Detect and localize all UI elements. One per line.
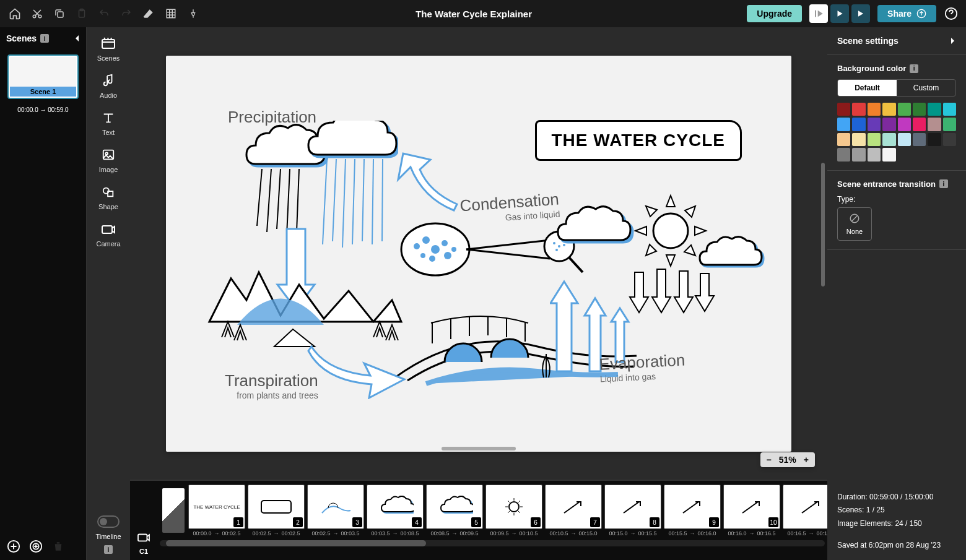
copy-icon[interactable] xyxy=(52,6,67,21)
arrow-transpiration[interactable] xyxy=(302,337,414,399)
color-swatch[interactable] xyxy=(913,133,926,146)
frame-time: 00:02.5→00:03.5 xyxy=(307,529,364,536)
timeline-camera-icon[interactable] xyxy=(137,532,150,543)
tool-audio[interactable]: Audio xyxy=(100,72,117,99)
transition-none[interactable]: None xyxy=(837,207,872,241)
color-swatch[interactable] xyxy=(928,103,941,116)
add-scene-icon[interactable] xyxy=(6,539,21,554)
tool-shape[interactable]: Shape xyxy=(98,183,118,210)
color-swatch[interactable] xyxy=(852,148,865,161)
transition-section: Scene entrance transitioni Type: None xyxy=(827,171,966,250)
color-swatch[interactable] xyxy=(913,118,926,131)
timeline-frame[interactable]: 1100:16.5→00:17.0 xyxy=(783,485,827,536)
grid-icon[interactable] xyxy=(163,6,178,21)
color-swatch[interactable] xyxy=(898,103,911,116)
timeline-frame[interactable]: 800:15.0→00:15.5 xyxy=(604,485,661,536)
color-swatch[interactable] xyxy=(852,103,865,116)
pin-icon[interactable] xyxy=(186,6,201,21)
color-swatch[interactable] xyxy=(898,133,911,146)
color-swatch[interactable] xyxy=(943,133,956,146)
upgrade-button[interactable]: Upgrade xyxy=(747,5,802,22)
info-icon[interactable]: i xyxy=(939,179,948,188)
timeline-frame[interactable]: 400:03.5→00:08.5 xyxy=(367,485,424,536)
camera-icon xyxy=(100,220,117,238)
info-icon[interactable]: i xyxy=(910,64,918,73)
scene-thumbnail[interactable]: Scene 1 xyxy=(7,54,79,99)
stat-elements: Image Elements: 24 / 150 xyxy=(837,517,956,531)
diagram-title-box[interactable]: THE WATER CYCLE xyxy=(535,120,742,161)
home-icon[interactable] xyxy=(7,6,22,21)
tool-text[interactable]: Text xyxy=(100,109,117,136)
color-swatch[interactable] xyxy=(837,133,850,146)
canvas-h-scrollbar[interactable] xyxy=(442,447,516,450)
play-scene-button[interactable] xyxy=(830,4,849,23)
duplicate-scene-icon[interactable] xyxy=(28,539,43,554)
color-swatch[interactable] xyxy=(898,118,911,131)
color-swatch[interactable] xyxy=(913,103,926,116)
frame-time: 00:02.5→00:02.5 xyxy=(248,529,305,536)
color-swatch[interactable] xyxy=(868,118,881,131)
zoom-out-button[interactable]: − xyxy=(767,455,772,465)
info-icon[interactable]: i xyxy=(104,545,113,554)
play-all-button[interactable] xyxy=(851,4,870,23)
cut-icon[interactable] xyxy=(30,6,45,21)
timeline-frame[interactable]: THE WATER CYCLE100:00.0→00:02.5 xyxy=(188,485,245,536)
upload-icon xyxy=(916,9,926,19)
svg-line-17 xyxy=(257,169,262,226)
zoom-in-button[interactable]: + xyxy=(804,455,809,465)
small-cloud[interactable] xyxy=(698,235,767,275)
svg-point-32 xyxy=(431,245,440,254)
timeline-strip: THE WATER CYCLE100:00.0→00:02.5200:02.5→… xyxy=(157,481,827,560)
timeline-frame[interactable]: 300:02.5→00:03.5 xyxy=(307,485,364,536)
color-swatch[interactable] xyxy=(928,118,941,131)
timeline-scrollbar[interactable] xyxy=(160,540,825,546)
color-swatch[interactable] xyxy=(882,148,895,161)
timeline-frame[interactable]: 500:08.5→00:09.5 xyxy=(426,485,483,536)
scene-settings-header[interactable]: Scene settings xyxy=(827,27,966,55)
preview-start-button[interactable] xyxy=(809,4,828,23)
frame-thumb: 5 xyxy=(426,485,483,529)
timeline-start-marker[interactable] xyxy=(162,488,185,533)
color-swatch[interactable] xyxy=(868,133,881,146)
info-icon[interactable]: i xyxy=(40,34,49,43)
timeline-frame[interactable]: 600:09.5→00:10.5 xyxy=(485,485,542,536)
color-swatch[interactable] xyxy=(928,133,941,146)
collapse-icon[interactable] xyxy=(74,34,80,43)
bg-tab-default[interactable]: Default xyxy=(838,80,897,96)
color-swatch[interactable] xyxy=(943,103,956,116)
color-swatch[interactable] xyxy=(868,148,881,161)
timeline-toggle[interactable] xyxy=(97,515,120,528)
color-swatch[interactable] xyxy=(837,148,850,161)
color-swatch[interactable] xyxy=(868,103,881,116)
color-swatch[interactable] xyxy=(837,103,850,116)
tool-image[interactable]: Image xyxy=(99,146,118,173)
landscape-mountains[interactable] xyxy=(200,241,404,353)
color-swatch[interactable] xyxy=(882,118,895,131)
chevron-right-icon xyxy=(950,37,956,45)
label-evaporation[interactable]: EvaporationLiquid into gas xyxy=(599,350,686,384)
color-swatch[interactable] xyxy=(837,118,850,131)
help-icon[interactable] xyxy=(944,6,959,21)
color-swatch[interactable] xyxy=(882,103,895,116)
bg-tab-custom[interactable]: Custom xyxy=(897,80,955,96)
timeline-frame[interactable]: 900:15.5→00:16.0 xyxy=(664,485,721,536)
color-swatch[interactable] xyxy=(852,133,865,146)
arrow-cond-to-precip[interactable] xyxy=(386,149,466,223)
share-button[interactable]: Share xyxy=(877,5,936,22)
eraser-icon[interactable] xyxy=(141,6,156,21)
canvas-v-scrollbar[interactable] xyxy=(821,163,825,286)
tool-scenes[interactable]: Scenes xyxy=(97,35,120,62)
frame-number: 3 xyxy=(352,517,362,527)
tool-camera[interactable]: Camera xyxy=(96,220,120,248)
canvas[interactable]: THE WATER CYCLE Precipitation xyxy=(166,56,791,452)
project-title[interactable]: The Water Cycle Explainer xyxy=(206,9,742,19)
condensation-cloud[interactable] xyxy=(556,204,637,254)
color-swatch[interactable] xyxy=(943,118,956,131)
timeline-frame[interactable]: 1000:16.0→00:16.5 xyxy=(723,485,780,536)
timeline-frame[interactable]: 200:02.5→00:02.5 xyxy=(248,485,305,536)
color-swatch[interactable] xyxy=(882,133,895,146)
bottom-left-actions xyxy=(6,539,66,554)
timeline-scrollbar-handle[interactable] xyxy=(166,540,426,546)
color-swatch[interactable] xyxy=(852,118,865,131)
timeline-frame[interactable]: 700:10.5→00:15.0 xyxy=(545,485,602,536)
